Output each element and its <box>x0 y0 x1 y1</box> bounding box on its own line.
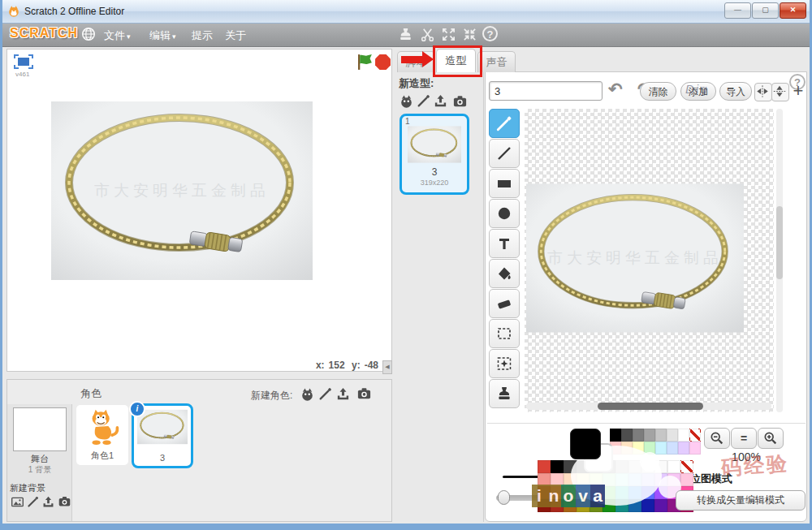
palette-swatch[interactable] <box>633 429 644 442</box>
tool-text[interactable] <box>489 229 520 258</box>
palette-swatch[interactable] <box>678 429 689 442</box>
stop-button[interactable] <box>374 54 391 71</box>
palette-swatch[interactable] <box>564 499 577 512</box>
convert-to-vector-button[interactable]: 转换成矢量编辑模式 <box>676 490 806 511</box>
sprite-info-badge[interactable]: i <box>129 401 145 417</box>
menu-item-file[interactable]: 文件▾ <box>104 28 131 43</box>
palette-swatch[interactable] <box>615 460 628 473</box>
palette-swatch[interactable] <box>654 499 667 512</box>
palette-swatch[interactable] <box>615 473 628 486</box>
palette-swatch[interactable] <box>667 442 678 455</box>
tool-rectangle[interactable] <box>489 169 520 198</box>
palette-swatch[interactable] <box>621 429 633 442</box>
undo-button[interactable]: ↶ <box>608 80 623 99</box>
tool-ellipse[interactable] <box>489 199 520 228</box>
fullscreen-icon[interactable] <box>14 54 33 69</box>
backdrop-from-library-icon[interactable] <box>11 495 24 509</box>
grow-sprite-icon[interactable] <box>441 27 456 42</box>
upload-sprite-icon[interactable] <box>335 386 351 402</box>
zoom-in-button[interactable] <box>758 428 784 449</box>
palette-swatch[interactable] <box>603 486 615 499</box>
tab-sounds[interactable]: 声音 <box>477 51 516 72</box>
tool-eraser[interactable] <box>489 289 520 318</box>
palette-swatch[interactable] <box>621 442 633 455</box>
tool-brush[interactable] <box>489 109 520 138</box>
palette-swatch[interactable] <box>641 473 654 486</box>
palette-swatch[interactable] <box>667 429 678 442</box>
tool-fill[interactable] <box>489 259 520 288</box>
new-sprite-from-library-icon[interactable] <box>300 386 315 402</box>
brush-size-slider-thumb[interactable] <box>498 490 510 505</box>
palette-swatch[interactable] <box>538 499 551 512</box>
palette-swatch[interactable] <box>615 486 628 499</box>
palette-swatch[interactable] <box>551 473 564 486</box>
shrink-sprite-icon[interactable] <box>462 27 477 42</box>
palette-swatch[interactable] <box>644 442 655 455</box>
tool-stamp[interactable] <box>489 379 520 408</box>
vertical-scrollbar-thumb[interactable] <box>776 206 783 279</box>
duplicate-stamp-icon[interactable] <box>398 27 413 42</box>
palette-swatch[interactable] <box>644 429 655 442</box>
zoom-out-button[interactable] <box>704 428 730 449</box>
upload-costume-icon[interactable] <box>433 93 448 109</box>
delete-scissors-icon[interactable] <box>420 27 435 42</box>
palette-swatch[interactable] <box>628 460 641 473</box>
paint-new-sprite-icon[interactable] <box>318 386 333 401</box>
collapse-stage-button[interactable]: ◀ <box>382 360 392 374</box>
help-icon[interactable]: ? <box>482 26 498 41</box>
palette-swatch[interactable] <box>680 460 693 473</box>
palette-swatch[interactable] <box>689 429 701 442</box>
palette-swatch[interactable] <box>590 486 603 499</box>
horizontal-scrollbar-thumb[interactable] <box>598 403 703 410</box>
menu-item-tips[interactable]: 提示 <box>192 28 213 43</box>
zoom-reset-button[interactable]: = <box>731 428 757 449</box>
palette-swatch[interactable] <box>667 460 680 473</box>
palette-swatch[interactable] <box>577 499 590 512</box>
tool-line[interactable] <box>489 139 520 168</box>
palette-swatch[interactable] <box>655 429 667 442</box>
costume-name-input[interactable] <box>489 81 603 101</box>
sprite-item-cat[interactable]: 角色1 <box>76 405 128 465</box>
palette-swatch[interactable] <box>577 473 590 486</box>
paint-backdrop-icon[interactable] <box>27 495 40 508</box>
camera-sprite-icon[interactable] <box>356 386 372 401</box>
palette-swatch[interactable] <box>689 442 701 455</box>
palette-swatch[interactable] <box>551 486 564 499</box>
stage-thumbnail[interactable] <box>13 407 67 451</box>
palette-swatch[interactable] <box>667 473 680 486</box>
set-costume-center-button[interactable]: + <box>788 80 808 101</box>
new-costume-from-library-icon[interactable] <box>399 93 414 109</box>
costume-item-selected[interactable]: 1 3 319x220 <box>400 114 469 195</box>
stage-sprite-wire-ring[interactable]: 市大安明华五金制品 <box>51 101 313 280</box>
upload-backdrop-icon[interactable] <box>41 495 55 509</box>
close-button[interactable]: ✕ <box>780 2 806 19</box>
palette-swatch[interactable] <box>628 486 641 499</box>
palette-swatch[interactable] <box>654 460 667 473</box>
palette-swatch[interactable] <box>628 499 641 512</box>
palette-swatch[interactable] <box>603 499 615 512</box>
palette-swatch[interactable] <box>590 499 603 512</box>
flip-horizontal-button[interactable] <box>754 83 772 101</box>
paint-new-costume-icon[interactable] <box>417 93 431 108</box>
menu-item-about[interactable]: 关于 <box>225 28 246 43</box>
language-globe-icon[interactable] <box>81 27 96 41</box>
tool-select-and-remove-background[interactable] <box>489 349 520 378</box>
palette-swatch[interactable] <box>577 486 590 499</box>
minimize-button[interactable]: — <box>724 2 751 19</box>
horizontal-scrollbar[interactable] <box>526 403 771 410</box>
palette-swatch[interactable] <box>680 473 693 486</box>
palette-swatch[interactable] <box>641 486 654 499</box>
palette-swatch[interactable] <box>564 486 577 499</box>
maximize-button[interactable]: ▢ <box>752 2 779 19</box>
menu-item-edit[interactable]: 编辑▾ <box>149 28 176 43</box>
palette-swatch[interactable] <box>564 473 577 486</box>
palette-swatch[interactable] <box>641 499 654 512</box>
vertical-scrollbar[interactable] <box>776 109 783 412</box>
palette-swatch[interactable] <box>538 486 551 499</box>
palette-swatch[interactable] <box>678 442 689 455</box>
palette-swatch[interactable] <box>633 442 644 455</box>
palette-swatch[interactable] <box>654 473 667 486</box>
palette-swatch[interactable] <box>615 499 628 512</box>
palette-swatch[interactable] <box>590 473 603 486</box>
flip-vertical-button[interactable] <box>771 83 789 101</box>
